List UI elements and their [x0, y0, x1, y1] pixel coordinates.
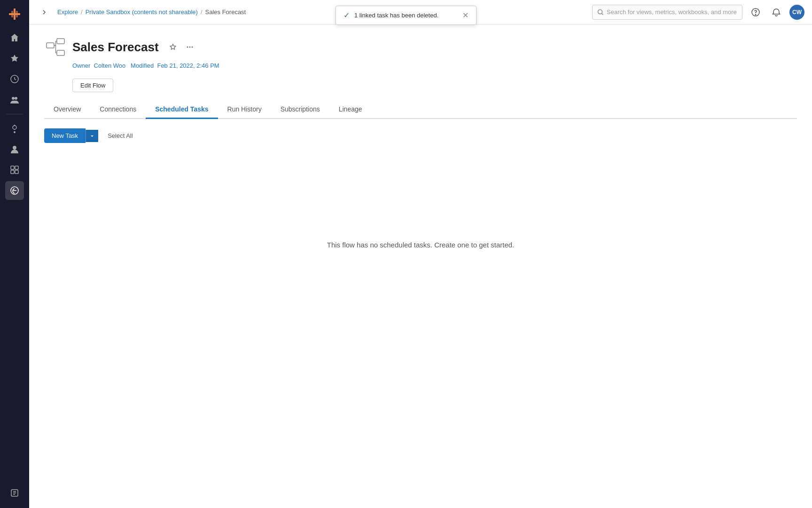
recents-icon[interactable] [5, 70, 24, 88]
svg-point-22 [189, 47, 190, 48]
owner-label: Owner [72, 62, 90, 69]
flow-title: Sales Forecast [72, 40, 159, 55]
svg-point-5 [12, 97, 15, 100]
select-all-button[interactable]: Select All [102, 129, 138, 142]
modified-date: Feb 21, 2022, 2:46 PM [157, 62, 219, 69]
svg-rect-3 [16, 11, 18, 17]
svg-rect-19 [57, 39, 64, 44]
modified-label: Modified [131, 62, 154, 69]
svg-point-23 [191, 47, 193, 48]
svg-rect-12 [15, 170, 18, 174]
sidebar-bottom [5, 484, 24, 502]
tab-connections[interactable]: Connections [90, 102, 146, 119]
breadcrumb-current: Sales Forecast [205, 8, 246, 16]
svg-rect-2 [11, 11, 13, 17]
page-body: Sales Forecast Owner Colten Wo [29, 24, 812, 508]
svg-rect-9 [11, 166, 14, 169]
new-task-dropdown-button[interactable] [86, 130, 98, 142]
new-task-button-group: New Task [44, 128, 98, 143]
flow-meta: Owner Colten Woo Modified Feb 21, 2022, … [72, 62, 797, 69]
tableau-logo[interactable] [6, 6, 23, 23]
home-icon[interactable] [5, 28, 24, 47]
svg-point-17 [755, 14, 756, 15]
svg-rect-1 [9, 13, 20, 15]
tab-overview[interactable]: Overview [44, 102, 90, 119]
user-icon[interactable] [5, 140, 24, 159]
toast-message: 1 linked task has been deleted. [354, 12, 438, 19]
flow-header: Sales Forecast [44, 36, 797, 58]
toolbar: New Task Select All [44, 128, 797, 143]
flow-title-actions [166, 40, 196, 54]
sidebar [0, 0, 29, 508]
breadcrumb-sep-2: / [201, 8, 203, 16]
user-avatar[interactable]: CW [789, 5, 804, 20]
external-icon[interactable] [5, 181, 24, 200]
svg-rect-18 [47, 43, 54, 48]
groups-icon[interactable] [5, 90, 24, 109]
breadcrumb-sandbox[interactable]: Private Sandbox (contents not shareable) [86, 8, 198, 16]
collections-icon[interactable] [5, 160, 24, 179]
sidebar-divider-1 [6, 114, 23, 114]
help-button[interactable] [748, 5, 763, 20]
tab-scheduled-tasks[interactable]: Scheduled Tasks [146, 102, 218, 119]
main-content: Explore / Private Sandbox (contents not … [29, 0, 812, 508]
toast-notification: ✓ 1 linked task has been deleted. ✕ [336, 6, 476, 25]
edit-flow-button[interactable]: Edit Flow [72, 79, 113, 92]
search-icon [597, 9, 604, 16]
tab-run-history[interactable]: Run History [218, 102, 271, 119]
svg-rect-11 [11, 170, 14, 174]
favorite-button[interactable] [166, 40, 180, 54]
more-options-button[interactable] [183, 40, 196, 54]
tab-content-scheduled-tasks: New Task Select All This flow has no sch… [44, 119, 797, 339]
empty-state-message: This flow has no scheduled tasks. Create… [327, 241, 515, 249]
new-task-button[interactable]: New Task [44, 128, 86, 143]
tabs: OverviewConnectionsScheduled TasksRun Hi… [44, 102, 797, 119]
tasks-icon[interactable] [5, 484, 24, 502]
flow-icon [44, 36, 67, 58]
owner-link[interactable]: Colten Woo [94, 62, 126, 69]
svg-point-7 [13, 126, 16, 129]
nav-right: Search for views, metrics, workbooks, an… [592, 5, 804, 20]
svg-point-21 [187, 47, 188, 48]
breadcrumb-sep-1: / [81, 8, 83, 16]
breadcrumb-explore[interactable]: Explore [57, 8, 78, 16]
favorites-icon[interactable] [5, 49, 24, 68]
nav-toggle-button[interactable] [37, 5, 52, 20]
toast-close-button[interactable]: ✕ [462, 11, 468, 20]
svg-rect-20 [57, 50, 64, 56]
svg-point-8 [13, 146, 16, 150]
tab-subscriptions[interactable]: Subscriptions [271, 102, 329, 119]
notifications-button[interactable] [769, 5, 784, 20]
empty-state: This flow has no scheduled tasks. Create… [44, 151, 797, 339]
svg-point-6 [15, 97, 17, 100]
svg-point-15 [598, 9, 602, 14]
search-placeholder: Search for views, metrics, workbooks, an… [607, 8, 737, 16]
search-bar[interactable]: Search for views, metrics, workbooks, an… [592, 5, 742, 20]
tab-lineage[interactable]: Lineage [329, 102, 372, 119]
breadcrumb: Explore / Private Sandbox (contents not … [57, 8, 586, 16]
toast-check-icon: ✓ [344, 11, 350, 20]
recommendations-icon[interactable] [5, 119, 24, 138]
svg-rect-10 [15, 166, 18, 169]
